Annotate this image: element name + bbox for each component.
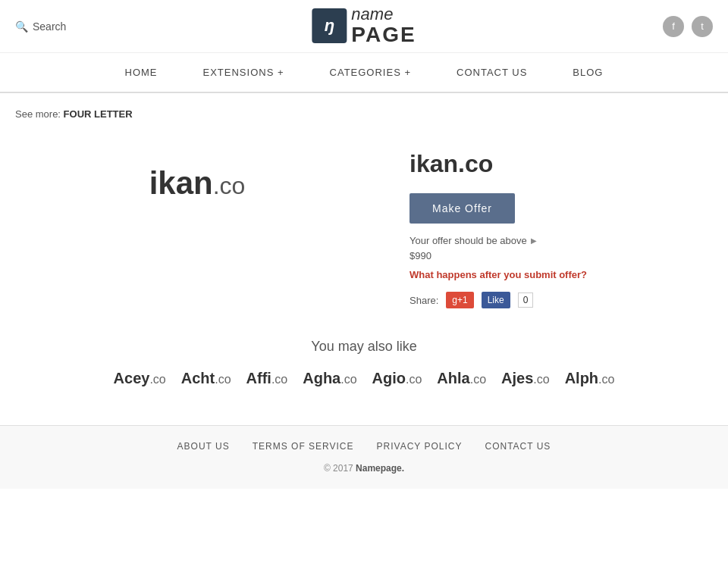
card-ext: .co	[533, 373, 549, 386]
domain-ext: .co	[213, 172, 246, 199]
card-name: Affi	[246, 370, 271, 386]
breadcrumb-prefix: See more:	[15, 108, 61, 120]
offer-hint-text: Your offer should be above	[410, 235, 527, 246]
footer-about-us[interactable]: ABOUT US	[177, 441, 230, 452]
nav-contact[interactable]: CONTACT US	[449, 53, 535, 92]
card-name: Alph	[565, 370, 598, 386]
facebook-like-button[interactable]: Like	[482, 292, 510, 308]
twitter-icon[interactable]: t	[692, 16, 713, 37]
list-item[interactable]: Acey.co	[114, 370, 166, 387]
logo-icon: ŋ	[312, 8, 347, 43]
card-ext: .co	[215, 373, 231, 386]
list-item[interactable]: Ajes.co	[501, 370, 550, 387]
card-name: Acey	[114, 370, 150, 386]
facebook-icon[interactable]: f	[663, 16, 684, 37]
fb-like-label: Like	[488, 295, 504, 305]
offer-hint: Your offer should be above ▶	[410, 235, 713, 246]
card-name: Ahla	[437, 370, 469, 386]
share-row: Share: g+1 Like 0	[410, 292, 713, 308]
search-icon: 🔍	[15, 20, 28, 33]
main-nav: HOME EXTENSIONS + CATEGORIES + CONTACT U…	[0, 53, 728, 93]
header: 🔍 Search ŋ name PAGE f t	[0, 0, 728, 53]
domain-logo-area: ikan.co	[15, 135, 379, 232]
card-name: Agio	[372, 370, 406, 386]
footer-contact[interactable]: CONTACT US	[485, 441, 551, 452]
card-ext: .co	[271, 373, 287, 386]
also-like-section: You may also like Acey.co Acht.co Affi.c…	[15, 339, 713, 387]
list-item[interactable]: Agha.co	[303, 370, 356, 387]
footer-links: ABOUT US TERMS OF SERVICE PRIVACY POLICY…	[15, 441, 713, 452]
social-links: f t	[663, 16, 713, 37]
nav-categories[interactable]: CATEGORIES +	[322, 53, 419, 92]
footer-privacy[interactable]: PRIVACY POLICY	[377, 441, 463, 452]
card-ext: .co	[406, 373, 422, 386]
logo-text: name PAGE	[351, 5, 416, 47]
card-ext: .co	[149, 373, 165, 386]
share-label: Share:	[410, 295, 438, 306]
breadcrumb: See more: FOUR LETTER	[15, 108, 713, 120]
also-like-heading: You may also like	[15, 339, 713, 355]
card-name: Ajes	[501, 370, 533, 386]
main-content: See more: FOUR LETTER ikan.co ikan.co Ma…	[0, 93, 728, 425]
breadcrumb-label[interactable]: FOUR LETTER	[64, 108, 133, 120]
card-ext: .co	[340, 373, 356, 386]
arrow-right-icon: ▶	[531, 236, 537, 245]
site-logo[interactable]: ŋ name PAGE	[312, 5, 416, 47]
list-item[interactable]: Alph.co	[565, 370, 615, 387]
card-ext: .co	[470, 373, 486, 386]
footer-terms[interactable]: TERMS OF SERVICE	[253, 441, 354, 452]
nav-home[interactable]: HOME	[118, 53, 165, 92]
list-item[interactable]: Agio.co	[372, 370, 422, 387]
nav-blog[interactable]: BLOG	[565, 53, 610, 92]
footer-brand[interactable]: Namepage.	[356, 463, 404, 474]
offer-info-link[interactable]: What happens after you submit offer?	[410, 269, 713, 280]
domain-name: ikan	[149, 165, 213, 201]
card-name: Agha	[303, 370, 340, 386]
logo-name: name	[351, 5, 416, 23]
card-name: Acht	[181, 370, 215, 386]
fb-count: 0	[518, 292, 534, 308]
make-offer-button[interactable]: Make Offer	[410, 193, 515, 224]
search-trigger[interactable]: 🔍 Search	[15, 20, 66, 33]
domain-display: ikan.co	[149, 165, 246, 202]
search-label: Search	[33, 20, 66, 33]
offer-price: $990	[410, 250, 713, 261]
domain-title: ikan.co	[410, 150, 713, 178]
footer-copyright: © 2017 Namepage.	[15, 463, 713, 474]
logo-page: PAGE	[351, 23, 416, 47]
list-item[interactable]: Affi.co	[246, 370, 288, 387]
domain-section: ikan.co ikan.co Make Offer Your offer sh…	[15, 135, 713, 308]
domain-info: ikan.co Make Offer Your offer should be …	[410, 135, 713, 308]
list-item[interactable]: Ahla.co	[437, 370, 486, 387]
card-ext: .co	[598, 373, 614, 386]
gplus-button[interactable]: g+1	[446, 292, 473, 308]
footer: ABOUT US TERMS OF SERVICE PRIVACY POLICY…	[0, 425, 728, 489]
copy-year: © 2017	[324, 463, 353, 474]
list-item[interactable]: Acht.co	[181, 370, 231, 387]
domain-cards: Acey.co Acht.co Affi.co Agha.co Agio.co …	[15, 370, 713, 387]
nav-extensions[interactable]: EXTENSIONS +	[196, 53, 292, 92]
